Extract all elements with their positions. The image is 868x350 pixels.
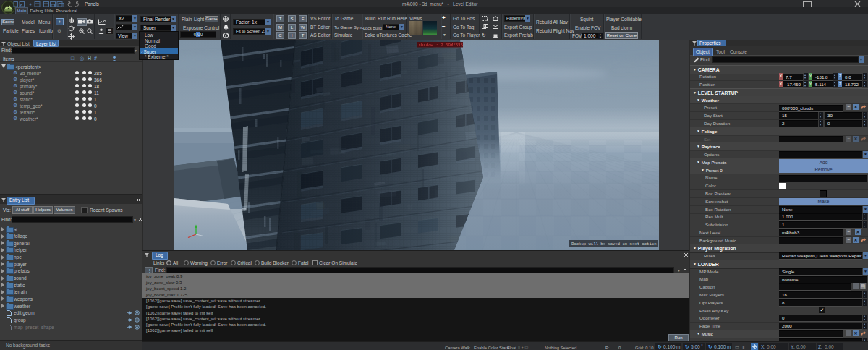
svg-text:shadow : 2.60M/535: shadow : 2.60M/535 [419, 43, 464, 48]
svg-text:Backup will be saved on next a: Backup will be saved on next action [571, 242, 657, 247]
